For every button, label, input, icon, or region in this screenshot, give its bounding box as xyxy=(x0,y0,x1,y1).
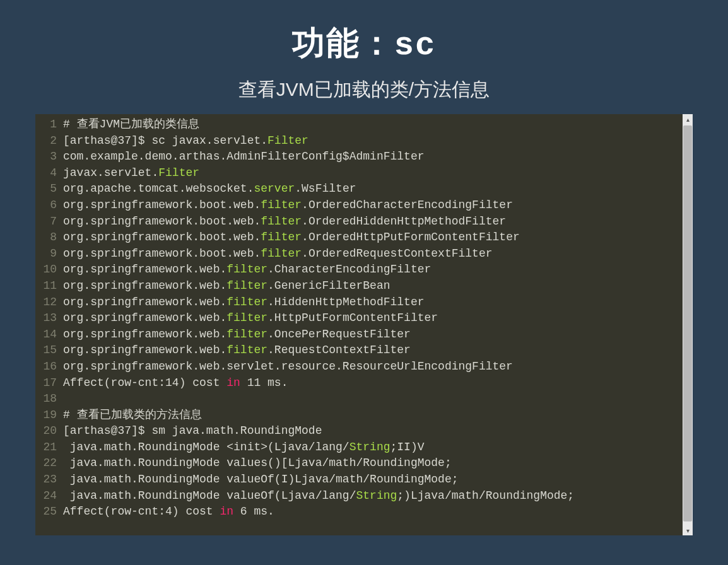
code-line: 8org.springframework.boot.web.filter.Ord… xyxy=(35,230,693,246)
line-number: 21 xyxy=(35,440,63,456)
code-content: [arthas@37]$ sc javax.servlet.Filter xyxy=(63,133,308,149)
code-line: 12org.springframework.web.filter.HiddenH… xyxy=(35,294,693,311)
slide-title: 功能：sc xyxy=(0,0,728,77)
code-line: 10org.springframework.web.filter.Charact… xyxy=(35,262,693,278)
code-content: java.math.RoundingMode valueOf(Ljava/lan… xyxy=(63,488,574,504)
scroll-down-arrow[interactable]: ▾ xyxy=(683,525,693,535)
line-number: 22 xyxy=(35,455,63,472)
line-number: 1 xyxy=(35,117,63,133)
code-line: 15org.springframework.web.filter.Request… xyxy=(35,342,693,359)
code-line: 17Affect(row-cnt:14) cost in 11 ms. xyxy=(35,375,693,392)
code-line: 21 java.math.RoundingMode <init>(Ljava/l… xyxy=(35,440,693,456)
code-content: org.springframework.web.filter.HttpPutFo… xyxy=(63,310,438,327)
line-number: 16 xyxy=(35,359,63,375)
code-block: 1# 查看JVM已加载的类信息2[arthas@37]$ sc javax.se… xyxy=(35,114,693,535)
line-number: 7 xyxy=(35,214,63,230)
code-container: 1# 查看JVM已加载的类信息2[arthas@37]$ sc javax.se… xyxy=(35,114,693,537)
code-content: org.springframework.boot.web.filter.Orde… xyxy=(63,214,506,230)
line-number: 6 xyxy=(35,197,63,214)
code-line: 20[arthas@37]$ sm java.math.RoundingMode xyxy=(35,423,693,440)
line-number: 12 xyxy=(35,294,63,311)
code-line: 24 java.math.RoundingMode valueOf(Ljava/… xyxy=(35,488,693,504)
line-number: 4 xyxy=(35,165,63,182)
line-number: 14 xyxy=(35,327,63,343)
code-line: 6org.springframework.boot.web.filter.Ord… xyxy=(35,197,693,214)
code-content: Affect(row-cnt:4) cost in 6 ms. xyxy=(63,504,274,520)
code-content: org.springframework.boot.web.filter.Orde… xyxy=(63,197,513,214)
scrollbar-thumb[interactable] xyxy=(683,125,692,521)
code-content: org.springframework.web.filter.RequestCo… xyxy=(63,342,411,359)
code-content: org.springframework.boot.web.filter.Orde… xyxy=(63,230,520,246)
code-content: [arthas@37]$ sm java.math.RoundingMode xyxy=(63,423,322,440)
code-line: 19# 查看已加载类的方法信息 xyxy=(35,407,693,424)
code-line: 3com.example.demo.arthas.AdminFilterConf… xyxy=(35,149,693,165)
code-line: 13org.springframework.web.filter.HttpPut… xyxy=(35,310,693,327)
code-content: # 查看已加载类的方法信息 xyxy=(63,407,202,424)
code-line: 18 xyxy=(35,391,693,407)
code-content: org.springframework.web.filter.GenericFi… xyxy=(63,278,390,294)
line-number: 19 xyxy=(35,407,63,424)
code-content: org.springframework.web.servlet.resource… xyxy=(63,359,513,375)
title-command: sc xyxy=(394,27,436,64)
code-line: 4javax.servlet.Filter xyxy=(35,165,693,182)
code-line: 11org.springframework.web.filter.Generic… xyxy=(35,278,693,294)
line-number: 24 xyxy=(35,488,63,504)
code-line: 5org.apache.tomcat.websocket.server.WsFi… xyxy=(35,181,693,197)
line-number: 13 xyxy=(35,310,63,327)
code-content: java.math.RoundingMode values()[Ljava/ma… xyxy=(63,455,452,472)
code-line: 7org.springframework.boot.web.filter.Ord… xyxy=(35,214,693,230)
code-line: 9org.springframework.boot.web.filter.Ord… xyxy=(35,246,693,262)
line-number: 17 xyxy=(35,375,63,392)
code-content: org.springframework.web.filter.HiddenHtt… xyxy=(63,294,425,311)
line-number: 5 xyxy=(35,181,63,197)
code-content: org.springframework.boot.web.filter.Orde… xyxy=(63,246,493,262)
code-content: Affect(row-cnt:14) cost in 11 ms. xyxy=(63,375,288,392)
scroll-up-arrow[interactable]: ▴ xyxy=(683,114,693,124)
title-prefix: 功能： xyxy=(292,25,394,61)
code-content: # 查看JVM已加载的类信息 xyxy=(63,117,199,133)
code-line: 2[arthas@37]$ sc javax.servlet.Filter xyxy=(35,133,693,149)
line-number: 8 xyxy=(35,230,63,246)
code-content: org.springframework.web.filter.Character… xyxy=(63,262,431,278)
line-number: 10 xyxy=(35,262,63,278)
code-line: 1# 查看JVM已加载的类信息 xyxy=(35,117,693,133)
scrollbar-vertical[interactable]: ▴ ▾ xyxy=(683,114,693,535)
line-number: 3 xyxy=(35,149,63,165)
line-number: 23 xyxy=(35,472,63,488)
line-number: 2 xyxy=(35,133,63,149)
slide-subtitle: 查看JVM已加载的类/方法信息 xyxy=(0,77,728,114)
code-content: org.apache.tomcat.websocket.server.WsFil… xyxy=(63,181,356,197)
line-number: 25 xyxy=(35,504,63,520)
code-content: javax.servlet.Filter xyxy=(63,165,199,182)
code-line: 23 java.math.RoundingMode valueOf(I)Ljav… xyxy=(35,472,693,488)
code-content: com.example.demo.arthas.AdminFilterConfi… xyxy=(63,149,425,165)
line-number: 15 xyxy=(35,342,63,359)
code-line: 14org.springframework.web.filter.OncePer… xyxy=(35,327,693,343)
line-number: 20 xyxy=(35,423,63,440)
code-line: 16org.springframework.web.servlet.resour… xyxy=(35,359,693,375)
line-number: 9 xyxy=(35,246,63,262)
line-number: 18 xyxy=(35,391,63,407)
code-line: 25Affect(row-cnt:4) cost in 6 ms. xyxy=(35,504,693,520)
code-content: java.math.RoundingMode valueOf(I)Ljava/m… xyxy=(63,472,459,488)
code-line: 22 java.math.RoundingMode values()[Ljava… xyxy=(35,455,693,472)
line-number: 11 xyxy=(35,278,63,294)
code-content: java.math.RoundingMode <init>(Ljava/lang… xyxy=(63,440,425,456)
code-content: org.springframework.web.filter.OncePerRe… xyxy=(63,327,411,343)
